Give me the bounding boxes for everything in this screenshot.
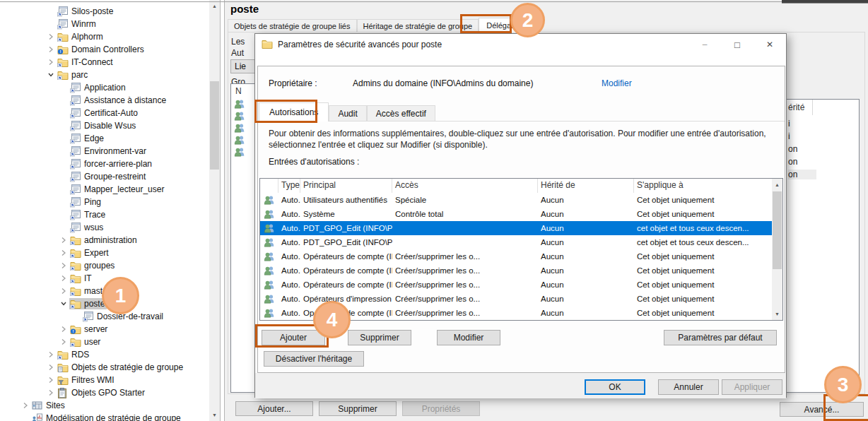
chevron-right-icon[interactable] — [45, 30, 57, 43]
dialog-edit-button[interactable]: Modifier — [437, 330, 500, 345]
close-icon[interactable] — [753, 34, 786, 55]
column-header-Type[interactable]: Type — [278, 179, 300, 193]
tree-scrollbar[interactable] — [209, 0, 220, 421]
tree-item-parc[interactable]: parc — [45, 69, 90, 81]
tree-item-silos-poste[interactable]: Silos-poste — [45, 5, 115, 18]
tree-item-body[interactable]: Alphorm — [57, 31, 105, 42]
table-row[interactable]: Auto...Opérateurs de compte (INFO...Crée… — [260, 263, 773, 278]
tab-objets-de-strat-gie-de-groupe-li-s[interactable]: Objets de stratégie de groupe liés — [228, 19, 357, 32]
tree-item-body[interactable]: Disable Wsus — [69, 120, 138, 132]
chevron-right-icon[interactable] — [58, 285, 69, 297]
advanced-button[interactable]: Avancé... — [780, 402, 864, 417]
tree-item-body[interactable]: Silos-poste — [57, 6, 115, 18]
table-row[interactable]: Auto...Opérateurs de compte (INFO...Crée… — [260, 249, 773, 263]
tree-item-body[interactable]: Certificat-Auto — [69, 107, 140, 119]
dialog-defaults-button[interactable]: Paramètres par défaut — [664, 330, 777, 345]
table-row[interactable]: Auto...Opérateurs de compte (INFO...Crée… — [260, 278, 773, 292]
tree-item-body[interactable]: Expert — [69, 247, 111, 259]
tree-item-objets-de-strat-gie-de-groupe[interactable]: Objets de stratégie de groupe — [45, 361, 185, 374]
tree-item-it[interactable]: IT — [58, 272, 94, 285]
table-row[interactable]: Auto...PDT_GPO_Edit (INFO\PDT_G...Aucunc… — [260, 235, 773, 249]
tree-item-ping[interactable]: Ping — [58, 196, 103, 208]
tree-item-body[interactable]: Ping — [69, 196, 103, 208]
chevron-down-icon[interactable] — [58, 297, 69, 310]
tree-item-body[interactable]: Filtres WMI — [57, 374, 117, 386]
column-header-Principal[interactable]: Principal — [300, 179, 392, 193]
chevron-right-icon[interactable] — [45, 348, 57, 361]
tree-item-forcer-arriere-plan[interactable]: forcer-arriere-plan — [58, 158, 154, 170]
table-row[interactable]: Auto...Opérateurs d'impression (INF...Cr… — [260, 292, 773, 306]
chevron-right-icon[interactable] — [58, 234, 69, 247]
tree-item-body[interactable]: Trace — [69, 209, 107, 221]
tab-h-ritage-de-strat-gie-de-groupe[interactable]: Héritage de stratégie de groupe — [357, 19, 479, 32]
scrollbar-thumb[interactable] — [773, 191, 782, 269]
tree-item-body[interactable]: Dossier-de-travail — [82, 311, 165, 323]
tree-item-environment-var[interactable]: Environment-var — [58, 145, 148, 158]
tree-item-body[interactable]: Winrm — [57, 18, 98, 30]
column-header-Accès[interactable]: Accès — [392, 179, 538, 193]
table-row[interactable]: Auto...Opérateurs de compte (INFO...Crée… — [260, 306, 773, 320]
tree-item-dossier-de-travail[interactable]: Dossier-de-travail — [71, 310, 165, 323]
tree-item-expert[interactable]: Expert — [58, 247, 111, 259]
dialog-add-button[interactable]: Ajouter — [262, 330, 325, 345]
tree-item-body[interactable]: Mapper_lecteur_user — [69, 184, 166, 196]
tree-item-groupes[interactable]: groupes — [58, 259, 117, 272]
tree-item-sites[interactable]: Sites — [20, 399, 67, 412]
tree-item-body[interactable]: Application — [69, 82, 128, 94]
tree-item-poste[interactable]: poste — [58, 297, 107, 310]
tree-item-assistance-distance[interactable]: Assistance à distance — [58, 94, 168, 107]
tree-item-body[interactable]: administration — [69, 235, 139, 246]
owner-modify-link[interactable]: Modifier — [602, 78, 632, 88]
tree-item-body[interactable]: wsus — [69, 222, 105, 234]
tree-item-body[interactable]: Modélisation de stratégie de groupe — [31, 413, 183, 421]
table-row[interactable]: Auto...PDT_GPO_Edit (INFO\PDT_G...Aucunc… — [260, 221, 773, 235]
tree-item-domain-controllers[interactable]: !Domain Controllers — [45, 43, 146, 56]
tree-item-body[interactable]: Assistance à distance — [69, 95, 168, 107]
tree-item-disable-wsus[interactable]: Disable Wsus — [58, 119, 138, 132]
tree-item-body[interactable]: Sites — [31, 400, 67, 411]
main-add-button[interactable]: Ajouter... — [235, 401, 313, 416]
tree-item-body[interactable]: master — [69, 285, 112, 297]
scroll-down-icon[interactable] — [772, 308, 782, 320]
tree-item-body[interactable]: Edge — [69, 133, 106, 145]
tree-item-filtres-wmi[interactable]: Filtres WMI — [45, 374, 117, 386]
scroll-down-icon[interactable] — [209, 409, 220, 421]
tree-item-edge[interactable]: Edge — [58, 132, 106, 145]
chevron-right-icon[interactable] — [45, 56, 57, 69]
tree-item-body[interactable]: IT-Connect — [57, 57, 115, 68]
chevron-right-icon[interactable] — [58, 247, 69, 259]
tab-d-l-gation[interactable]: Délégation — [479, 18, 532, 32]
tree-item-groupe-restreint[interactable]: Groupe-restreint — [58, 170, 148, 183]
minimize-icon[interactable] — [688, 34, 721, 55]
dialog-tab-acc-s-effectif[interactable]: Accès effectif — [367, 105, 435, 121]
dialog-tab-audit[interactable]: Audit — [329, 105, 366, 121]
tree-item-certificat-auto[interactable]: Certificat-Auto — [58, 107, 140, 119]
scroll-up-icon[interactable] — [772, 179, 782, 191]
table-row[interactable]: Auto...Utilisateurs authentifiésSpéciale… — [260, 193, 773, 207]
tree-item-alphorm[interactable]: Alphorm — [45, 30, 105, 43]
chevron-right-icon[interactable] — [58, 323, 69, 336]
tree-item-body[interactable]: user — [69, 336, 102, 348]
chevron-right-icon[interactable] — [45, 374, 57, 386]
chevron-right-icon[interactable] — [20, 399, 31, 412]
tree-item-body[interactable]: forcer-arriere-plan — [69, 158, 154, 170]
tree-item-body[interactable]: poste — [69, 298, 107, 309]
tree-item-objets-gpo-starter[interactable]: Objets GPO Starter — [45, 386, 147, 399]
maximize-icon[interactable] — [721, 34, 753, 55]
tree-item-body[interactable]: !server — [69, 324, 110, 335]
tree-item-it-connect[interactable]: IT-Connect — [45, 56, 115, 69]
tree-item-body[interactable]: Objets GPO Starter — [57, 387, 147, 399]
tree-item-application[interactable]: Application — [58, 81, 128, 94]
tree-item-mod-lisation-de-strat-gie-de-groupe[interactable]: Modélisation de stratégie de groupe — [20, 412, 183, 421]
tree-item-body[interactable]: !Domain Controllers — [57, 44, 146, 55]
tree-item-administration[interactable]: administration — [58, 234, 139, 247]
tree-item-rds[interactable]: RDS — [45, 348, 91, 361]
tree-item-master[interactable]: master — [58, 285, 112, 297]
tree-item-body[interactable]: Objets de stratégie de groupe — [57, 362, 185, 373]
column-header-S'applique à[interactable]: S'applique à — [634, 179, 773, 193]
chevron-right-icon[interactable] — [58, 336, 69, 348]
chevron-right-icon[interactable] — [58, 272, 69, 285]
tree-item-body[interactable]: Groupe-restreint — [69, 171, 148, 183]
chevron-right-icon[interactable] — [45, 43, 57, 56]
chevron-down-icon[interactable] — [45, 69, 57, 81]
